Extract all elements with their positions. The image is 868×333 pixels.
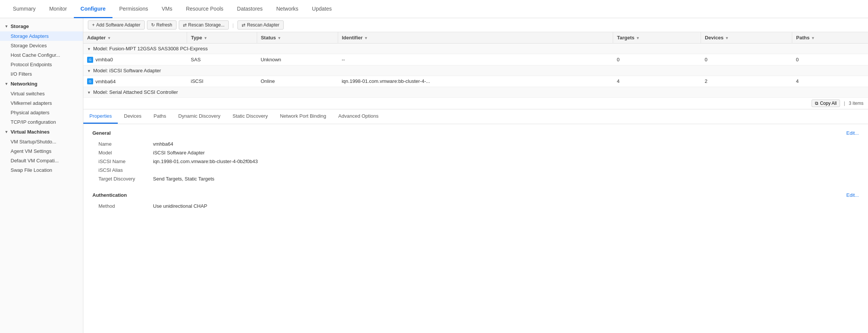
toolbar-icon: + xyxy=(92,22,95,28)
property-value: Use unidirectional CHAP xyxy=(153,203,859,209)
tab-networks[interactable]: Networks xyxy=(269,0,305,18)
rescan-adapter-button[interactable]: ⇄Rescan Adapter xyxy=(237,20,283,30)
sidebar-group-virtual-machines[interactable]: ▼Virtual Machines xyxy=(0,127,83,137)
col-label-type: Type xyxy=(191,35,202,40)
sidebar-item-io-filters[interactable]: I/O Filters xyxy=(0,69,83,79)
col-label-adapter: Adapter xyxy=(87,35,106,40)
item-count: | xyxy=(844,101,845,106)
general-edit-button[interactable]: Edit... xyxy=(846,130,859,136)
toolbar-label: Add Software Adapter xyxy=(96,22,141,28)
adapter-table-container: Adapter▼Type▼Status▼Identifier▼Targets▼D… xyxy=(83,32,868,98)
expand-icon[interactable]: ▼ xyxy=(87,90,91,95)
general-section: General Edit... Name vmhba64 Model iSCSI… xyxy=(92,130,859,183)
tab-updates[interactable]: Updates xyxy=(305,0,339,18)
main-layout: ▼StorageStorage AdaptersStorage DevicesH… xyxy=(0,18,868,333)
filter-icon-devices[interactable]: ▼ xyxy=(725,36,729,40)
detail-tab-devices[interactable]: Devices xyxy=(118,109,147,124)
property-value: iqn.1998-01.com.vmware:bb-cluster-4-0b2f… xyxy=(153,159,859,164)
sidebar-item-storage-adapters[interactable]: Storage Adapters xyxy=(0,31,83,41)
filter-icon-identifier[interactable]: ▼ xyxy=(364,36,368,40)
detail-tab-paths[interactable]: Paths xyxy=(148,109,172,124)
add-software-adapter-button[interactable]: +Add Software Adapter xyxy=(88,20,145,30)
table-row[interactable]: Gvmhba0SASUnknown--000 xyxy=(83,54,868,65)
toolbar-label: Refresh xyxy=(156,22,172,28)
col-header-paths[interactable]: Paths▼ xyxy=(792,32,868,44)
table-footer: ⧉ Copy All | 3 items xyxy=(83,98,868,109)
authentication-edit-button[interactable]: Edit... xyxy=(846,192,859,198)
tab-monitor[interactable]: Monitor xyxy=(42,0,74,18)
model-row: ▼Model: iSCSI Software Adapter xyxy=(83,65,868,76)
filter-icon-targets[interactable]: ▼ xyxy=(636,36,640,40)
property-label: iSCSI Alias xyxy=(92,167,153,173)
expand-icon[interactable]: ▼ xyxy=(87,47,91,51)
property-row: Name vmhba64 xyxy=(92,140,859,148)
col-label-targets: Targets xyxy=(617,35,634,40)
tab-configure[interactable]: Configure xyxy=(74,0,112,18)
col-header-status[interactable]: Status▼ xyxy=(257,32,338,44)
filter-icon-status[interactable]: ▼ xyxy=(277,36,281,40)
adapter-icon: G xyxy=(87,57,93,63)
item-count-label: 3 items xyxy=(849,101,863,106)
property-row: Target Discovery Send Targets, Static Ta… xyxy=(92,174,859,183)
toolbar-label: Rescan Adapter xyxy=(247,22,279,28)
tab-vms[interactable]: VMs xyxy=(155,0,179,18)
rescan-storage-button[interactable]: ⇄Rescan Storage... xyxy=(179,20,229,30)
filter-icon-paths[interactable]: ▼ xyxy=(811,36,815,40)
toolbar-icon: ↻ xyxy=(151,22,155,28)
col-header-type[interactable]: Type▼ xyxy=(187,32,257,44)
col-header-targets[interactable]: Targets▼ xyxy=(613,32,701,44)
tab-permissions[interactable]: Permissions xyxy=(112,0,155,18)
col-header-identifier[interactable]: Identifier▼ xyxy=(338,32,613,44)
detail-tab-dynamic-discovery[interactable]: Dynamic Discovery xyxy=(172,109,226,124)
detail-tab-network-port-binding[interactable]: Network Port Binding xyxy=(274,109,332,124)
targets-cell: 4 xyxy=(613,76,701,87)
sidebar-item-virtual-switches[interactable]: Virtual switches xyxy=(0,89,83,98)
authentication-title: Authentication xyxy=(92,192,127,198)
detail-tab-advanced-options[interactable]: Advanced Options xyxy=(332,109,384,124)
sidebar-item-physical-adapters[interactable]: Physical adapters xyxy=(0,108,83,117)
group-label: Virtual Machines xyxy=(11,129,50,135)
copy-icon: ⧉ xyxy=(815,101,818,106)
sidebar-group-storage[interactable]: ▼Storage xyxy=(0,21,83,31)
refresh-button[interactable]: ↻Refresh xyxy=(147,20,176,30)
adapter-cell: Gvmhba0 xyxy=(83,54,187,65)
sidebar-item-default-vm-compat[interactable]: Default VM Compati... xyxy=(0,156,83,165)
adapter-name: vmhba0 xyxy=(95,57,113,62)
sidebar-item-tcpip-config[interactable]: TCP/IP configuration xyxy=(0,117,83,127)
tab-summary[interactable]: Summary xyxy=(6,0,42,18)
sidebar-item-protocol-endpoints[interactable]: Protocol Endpoints xyxy=(0,60,83,69)
type-cell: iSCSI xyxy=(187,76,257,87)
adapter-icon: G xyxy=(87,78,93,84)
col-header-devices[interactable]: Devices▼ xyxy=(701,32,792,44)
detail-tab-properties[interactable]: Properties xyxy=(83,109,118,124)
tab-datastores[interactable]: Datastores xyxy=(230,0,270,18)
group-label: Networking xyxy=(11,81,37,87)
type-cell: SAS xyxy=(187,54,257,65)
expand-icon[interactable]: ▼ xyxy=(87,69,91,73)
model-label: Model: iSCSI Software Adapter xyxy=(93,68,161,73)
general-title: General xyxy=(92,130,111,136)
tab-resource-pools[interactable]: Resource Pools xyxy=(179,0,230,18)
arrow-icon: ▼ xyxy=(5,24,8,28)
sidebar-item-storage-devices[interactable]: Storage Devices xyxy=(0,41,83,50)
sidebar-item-vm-startup[interactable]: VM Startup/Shutdo... xyxy=(0,137,83,146)
detail-tab-static-discovery[interactable]: Static Discovery xyxy=(226,109,274,124)
copy-all-button[interactable]: ⧉ Copy All xyxy=(812,100,840,107)
adapter-table: Adapter▼Type▼Status▼Identifier▼Targets▼D… xyxy=(83,32,868,98)
property-label: Target Discovery xyxy=(92,176,153,182)
filter-icon-adapter[interactable]: ▼ xyxy=(107,36,111,40)
sidebar-item-host-cache[interactable]: Host Cache Configur... xyxy=(0,50,83,60)
sidebar-item-vmkernel-adapters[interactable]: VMkernel adapters xyxy=(0,98,83,108)
toolbar-separator: | xyxy=(231,22,235,28)
identifier-cell: -- xyxy=(338,54,613,65)
table-row[interactable]: Gvmhba64iSCSIOnlineiqn.1998-01.com.vmwar… xyxy=(83,76,868,87)
property-label: iSCSI Name xyxy=(92,159,153,164)
sidebar-item-swap-file[interactable]: Swap File Location xyxy=(0,165,83,175)
devices-cell: 0 xyxy=(701,54,792,65)
property-label: Name xyxy=(92,141,153,147)
sidebar-group-networking[interactable]: ▼Networking xyxy=(0,79,83,89)
filter-icon-type[interactable]: ▼ xyxy=(204,36,208,40)
status-cell: Online xyxy=(257,76,338,87)
sidebar-item-agent-vm[interactable]: Agent VM Settings xyxy=(0,146,83,156)
col-header-adapter[interactable]: Adapter▼ xyxy=(83,32,187,44)
